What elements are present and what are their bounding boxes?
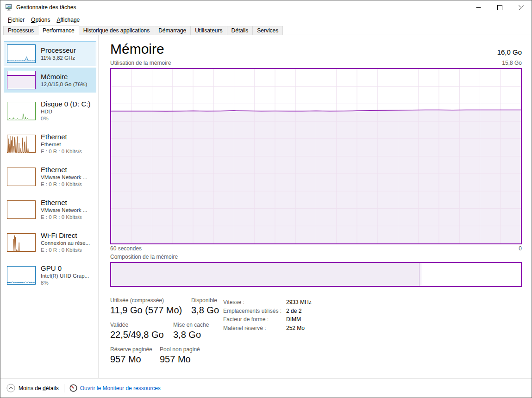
- resource-monitor-icon: [69, 384, 77, 392]
- memory-usage-chart: [110, 68, 522, 244]
- axis-right-label: 0: [519, 245, 522, 252]
- menu-affichage-label: ffichage: [60, 17, 80, 23]
- chevron-up-circle-icon: [6, 384, 15, 392]
- memory-mini-chart: [7, 71, 36, 89]
- sidebar-ethernet1-adapter: Ethernet: [41, 141, 82, 148]
- detail-speed: Vitesse :2933 MHz: [223, 298, 312, 307]
- memory-stats-left: Utilisée (compressée) 11,9 Go (577 Mo) D…: [110, 297, 223, 371]
- resource-monitor-label: Ouvrir le Moniteur de ressources: [80, 385, 161, 392]
- sidebar-ethernet2-title: Ethernet: [41, 165, 87, 174]
- tab-details[interactable]: Détails: [227, 26, 253, 35]
- minimize-button[interactable]: [468, 0, 489, 14]
- sidebar-ethernet3-adapter: VMware Network ...: [41, 207, 87, 214]
- sidebar-item-ethernet-1[interactable]: Ethernet Ethernet E : 0 R : 0 Kbits/s: [4, 129, 96, 158]
- close-icon: [519, 5, 524, 10]
- menu-affichage[interactable]: Affichage: [53, 16, 83, 24]
- maximize-button[interactable]: [489, 0, 510, 14]
- sidebar-item-cpu[interactable]: Processeur 11% 3,82 GHz: [4, 41, 96, 66]
- ethernet1-mini-chart: [7, 135, 36, 153]
- tab-services[interactable]: Services: [252, 26, 283, 35]
- tab-utilisateurs[interactable]: Utilisateurs: [190, 26, 227, 35]
- sidebar-item-ethernet-3[interactable]: Ethernet VMware Network ... E : 0 R : 0 …: [4, 195, 96, 224]
- tab-processus[interactable]: Processus: [3, 26, 38, 35]
- menu-options-label: ptions: [35, 17, 50, 23]
- menu-fichier-label: ichier: [11, 17, 25, 23]
- tab-historique[interactable]: Historique des applications: [79, 26, 154, 35]
- page-title: Mémoire: [110, 41, 164, 57]
- close-button[interactable]: [510, 0, 532, 14]
- titlebar: Gestionnaire des tâches: [0, 0, 532, 14]
- gpu-mini-chart: [7, 266, 36, 285]
- sidebar-item-ethernet-2[interactable]: Ethernet VMware Network ... E : 0 R : 0 …: [4, 162, 96, 191]
- sidebar-ethernet3-title: Ethernet: [41, 198, 87, 207]
- memory-panel: Mémoire 16,0 Go Utilisation de la mémoir…: [99, 35, 532, 378]
- menu-options[interactable]: Options: [28, 16, 53, 24]
- composition-segment-in-use: [111, 263, 419, 286]
- sidebar-item-wifi-direct[interactable]: Wi-Fi Direct Connexion au rése... E : 0 …: [4, 228, 96, 257]
- detail-hardware-reserved: Matériel réservé :252 Mo: [223, 324, 312, 333]
- sidebar-disk-stats: 0%: [41, 115, 91, 122]
- performance-sidebar: Processeur 11% 3,82 GHz Mémoire 12,0/15,…: [0, 35, 99, 378]
- sidebar-cpu-title: Processeur: [41, 46, 76, 55]
- sidebar-memory-title: Mémoire: [41, 72, 87, 81]
- stat-available: Disponible 3,8 Go: [191, 297, 219, 316]
- sidebar-gpu-stats: 8%: [41, 280, 89, 286]
- sidebar-memory-stats: 12,0/15,8 Go (76%): [41, 81, 87, 88]
- sidebar-disk-title: Disque 0 (D: C:): [41, 100, 91, 108]
- sidebar-ethernet2-stats: E : 0 R : 0 Kbits/s: [41, 181, 87, 188]
- memory-composition-bar: [110, 262, 522, 287]
- sidebar-disk-type: HDD: [41, 108, 91, 115]
- tab-bar: Processus Performance Historique des app…: [0, 25, 532, 35]
- stat-committed: Validée 22,5/49,8 Go: [110, 322, 173, 340]
- memory-total-capacity: 16,0 Go: [497, 48, 522, 57]
- usage-chart-axis: 60 secondes 0: [110, 245, 522, 252]
- ethernet2-mini-chart: [7, 168, 36, 186]
- composition-segment-free: [422, 263, 516, 286]
- memory-stats: Utilisée (compressée) 11,9 Go (577 Mo) D…: [110, 297, 522, 371]
- less-details-button[interactable]: Moins de détails: [6, 384, 59, 392]
- sidebar-cpu-stats: 11% 3,82 GHz: [41, 55, 76, 62]
- composition-title: Composition de la mémoire: [110, 254, 522, 260]
- composition-segment-reserved: [516, 263, 521, 286]
- status-bar: Moins de détails Ouvrir le Moniteur de r…: [0, 378, 532, 398]
- sidebar-wifi-stats: E : 0 R : 0 Kbits/s: [41, 247, 90, 254]
- window-title: Gestionnaire des tâches: [16, 4, 76, 11]
- minimize-icon: [476, 5, 481, 10]
- sidebar-ethernet2-adapter: VMware Network ...: [41, 174, 87, 181]
- wifi-direct-mini-chart: [7, 233, 36, 252]
- stat-non-paged-pool: Pool non paginé 957 Mo: [160, 346, 200, 365]
- sidebar-gpu-title: GPU 0: [41, 264, 89, 273]
- usage-chart-labels: Utilisation de la mémoire 15,8 Go: [110, 60, 522, 66]
- task-manager-window: Gestionnaire des tâches Fichier Options …: [0, 0, 532, 398]
- sidebar-gpu-adapter: Intel(R) UHD Grap...: [41, 273, 89, 280]
- sidebar-wifi-title: Wi-Fi Direct: [41, 231, 90, 240]
- task-manager-icon: [5, 4, 13, 11]
- sidebar-item-gpu[interactable]: GPU 0 Intel(R) UHD Grap... 8%: [4, 261, 96, 290]
- usage-chart-max: 15,8 Go: [502, 60, 522, 66]
- sidebar-item-memory[interactable]: Mémoire 12,0/15,8 Go (76%): [4, 68, 96, 93]
- detail-form-factor: Facteur de forme :DIMM: [223, 315, 312, 324]
- usage-chart-title: Utilisation de la mémoire: [110, 60, 171, 66]
- sidebar-ethernet1-title: Ethernet: [41, 132, 82, 141]
- tab-demarrage[interactable]: Démarrage: [154, 26, 191, 35]
- performance-body: Processeur 11% 3,82 GHz Mémoire 12,0/15,…: [0, 35, 532, 378]
- menubar: Fichier Options Affichage: [0, 14, 532, 25]
- menu-fichier[interactable]: Fichier: [5, 16, 28, 24]
- maximize-icon: [497, 5, 502, 10]
- cpu-mini-chart: [7, 44, 36, 63]
- stat-cached: Mise en cache 3,8 Go: [173, 322, 209, 340]
- sidebar-ethernet1-stats: E : 0 R : 0 Kbits/s: [41, 148, 82, 155]
- memory-header: Mémoire 16,0 Go: [110, 41, 522, 57]
- tab-performance[interactable]: Performance: [38, 25, 79, 35]
- stat-used: Utilisée (compressée) 11,9 Go (577 Mo): [110, 297, 191, 316]
- sidebar-wifi-adapter: Connexion au rése...: [41, 240, 90, 247]
- footer-separator: [64, 384, 64, 392]
- open-resource-monitor-link[interactable]: Ouvrir le Moniteur de ressources: [69, 384, 161, 392]
- sidebar-item-disk[interactable]: Disque 0 (D: C:) HDD 0%: [4, 96, 96, 125]
- sidebar-ethernet3-stats: E : 0 R : 0 Kbits/s: [41, 214, 87, 221]
- menu-options-accel: O: [31, 17, 35, 23]
- stat-paged-pool: Réserve paginée 957 Mo: [110, 346, 160, 365]
- axis-left-label: 60 secondes: [110, 245, 142, 252]
- ethernet3-mini-chart: [7, 200, 36, 219]
- detail-slots: Emplacements utilisés :2 de 2: [223, 307, 312, 316]
